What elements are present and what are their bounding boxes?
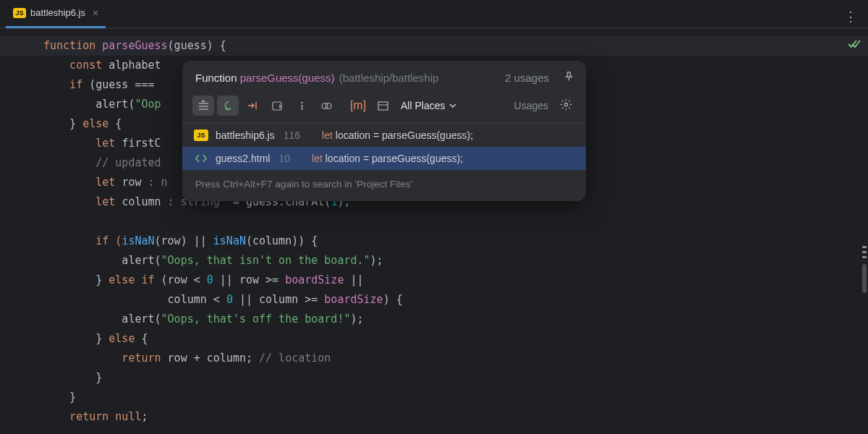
expand-all-icon[interactable] [192, 95, 214, 116]
pin-icon[interactable] [563, 71, 574, 84]
result-line-number: 116 [284, 129, 300, 141]
scope-dropdown[interactable]: All Places [401, 100, 456, 111]
html-file-icon [194, 153, 208, 164]
code-line: return null; [0, 407, 868, 427]
svg-point-6 [564, 103, 567, 106]
usages-type-label[interactable]: Usages [514, 100, 548, 111]
svg-rect-5 [378, 102, 388, 110]
result-code-preview: let location = parseGuess(guess); [312, 153, 463, 164]
filter-preview-icon[interactable] [372, 95, 393, 116]
popup-header: Function parseGuess(guess) (battleship/b… [182, 61, 586, 93]
usages-result-list: JS battleship6.js 116 let location = par… [182, 124, 586, 170]
code-line: return row + column; // location [0, 349, 868, 368]
popup-hint-footer: Press Ctrl+Alt+F7 again to search in 'Pr… [182, 170, 586, 201]
usages-count-label: 2 usages [505, 72, 549, 84]
result-filename: guess2.html [216, 153, 270, 164]
code-line [0, 212, 868, 231]
code-line: } [0, 368, 868, 388]
code-line: function parseGuess(guess) { [0, 36, 868, 56]
open-in-tool-window-icon[interactable] [266, 95, 288, 116]
code-line: alert("Oops, that's off the board!"); [0, 310, 868, 329]
navigate-previous-icon[interactable] [217, 95, 239, 116]
editor-tabbar: JS battleship6.js × ⋮ [0, 0, 868, 29]
js-file-icon: JS [13, 8, 26, 18]
usage-result-row[interactable]: guess2.html 10 let location = parseGuess… [182, 147, 586, 170]
svg-rect-2 [301, 105, 302, 110]
code-line: } [0, 388, 868, 407]
result-filename: battleship6.js [216, 129, 275, 141]
filter-method-icon[interactable]: [m] [347, 95, 369, 116]
navigate-source-icon[interactable] [242, 95, 263, 116]
svg-point-4 [326, 103, 331, 109]
code-line: } else { [0, 329, 868, 349]
gear-icon[interactable] [556, 98, 576, 114]
editor-minimap[interactable] [862, 246, 867, 293]
info-icon[interactable] [291, 95, 312, 116]
tab-filename: battleship6.js [30, 7, 85, 18]
usage-result-row[interactable]: JS battleship6.js 116 let location = par… [182, 124, 586, 147]
result-code-preview: let location = parseGuess(guess); [322, 129, 473, 141]
filter-overlap-icon[interactable] [315, 95, 337, 116]
code-line: column < 0 || column >= boardSize) { [0, 290, 868, 310]
result-line-number: 10 [278, 153, 290, 164]
close-tab-icon[interactable]: × [93, 7, 98, 19]
find-usages-popup: Function parseGuess(guess) (battleship/b… [182, 61, 586, 201]
code-line: } else if (row < 0 || row >= boardSize |… [0, 271, 868, 290]
more-menu-icon[interactable]: ⋮ [844, 9, 858, 25]
file-tab-active[interactable]: JS battleship6.js × [6, 0, 106, 28]
analysis-status-icon[interactable] [848, 36, 861, 56]
js-file-icon: JS [194, 129, 208, 141]
code-line: alert("Oops, that isn't on the board."); [0, 251, 868, 271]
code-line: if (isNaN(row) || isNaN(column)) { [0, 231, 868, 251]
svg-point-1 [301, 101, 302, 103]
chevron-down-icon [449, 102, 456, 109]
popup-title: Function parseGuess(guess) (battleship/b… [195, 72, 438, 84]
popup-toolbar: [m] All Places Usages [182, 93, 586, 124]
